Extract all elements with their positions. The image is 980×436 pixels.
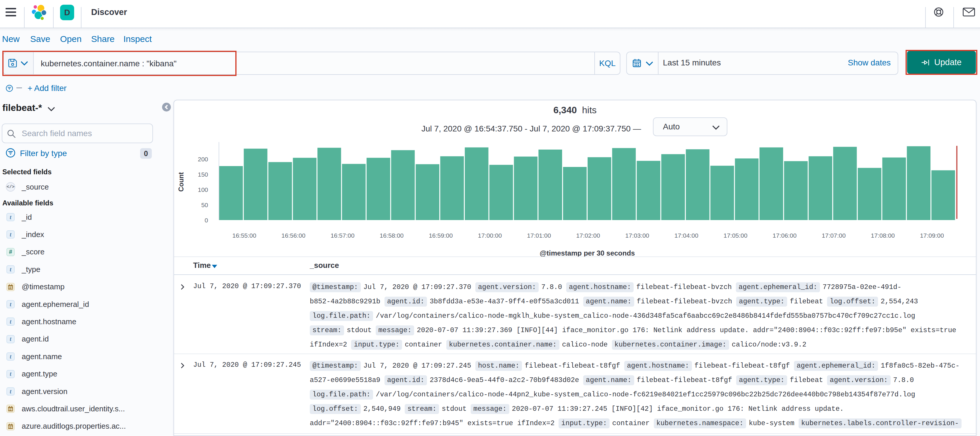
svg-text:50: 50 (201, 201, 208, 208)
svg-text:16:59:00: 16:59:00 (429, 232, 453, 239)
svg-text:150: 150 (198, 171, 208, 178)
svg-text:17:05:00: 17:05:00 (724, 232, 748, 239)
svg-text:17:08:00: 17:08:00 (871, 232, 895, 239)
svg-text:200: 200 (198, 156, 208, 163)
svg-text:17:02:00: 17:02:00 (576, 232, 600, 239)
svg-text:17:00:00: 17:00:00 (478, 232, 502, 239)
svg-text:16:55:00: 16:55:00 (232, 232, 256, 239)
svg-text:100: 100 (198, 186, 208, 193)
svg-text:17:06:00: 17:06:00 (773, 232, 797, 239)
svg-text:@timestamp per 30 seconds: @timestamp per 30 seconds (540, 249, 635, 257)
svg-text:16:58:00: 16:58:00 (380, 232, 404, 239)
svg-text:17:01:00: 17:01:00 (527, 232, 551, 239)
svg-text:16:56:00: 16:56:00 (282, 232, 305, 239)
svg-text:17:03:00: 17:03:00 (625, 232, 649, 239)
svg-text:Count: Count (177, 172, 185, 192)
svg-text:16:57:00: 16:57:00 (331, 232, 355, 239)
svg-text:17:04:00: 17:04:00 (675, 232, 698, 239)
svg-text:17:07:00: 17:07:00 (822, 232, 846, 239)
svg-text:17:09:00: 17:09:00 (920, 232, 944, 239)
svg-text:0: 0 (205, 217, 208, 224)
